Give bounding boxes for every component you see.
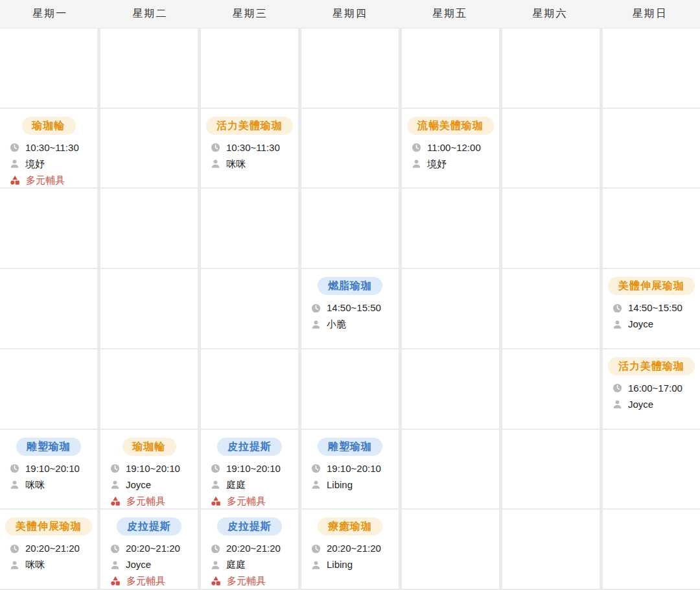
class-time-row: 14:50~15:50 [311,302,395,314]
schedule-cell [603,510,700,589]
schedule-cell[interactable]: 燃脂瑜珈14:50~15:50小脆 [301,269,399,348]
class-card[interactable]: 雕塑瑜珈19:10~20:10Libing [301,430,399,491]
weekday-label: 星期日 [600,0,700,28]
schedule-cell[interactable]: 瑜珈輪10:30~11:30境妤多元輔具 [0,109,97,188]
schedule-cell [603,189,700,268]
class-teacher: Joyce [628,318,653,330]
class-card[interactable]: 流暢美體瑜珈11:00~12:00境妤 [402,109,499,170]
schedule-cell [201,29,298,108]
class-card[interactable]: 美體伸展瑜珈14:50~15:50Joyce [603,269,700,330]
schedule-cell [502,269,600,348]
person-icon [211,159,220,169]
person-icon [10,159,19,169]
schedule-cell[interactable]: 活力美體瑜珈16:00~17:00Joyce [603,349,700,429]
clock-icon [612,303,622,313]
schedule-cell[interactable]: 美體伸展瑜珈14:50~15:50Joyce [603,269,700,348]
schedule-cell [502,189,600,268]
class-name-badge-wrap: 燃脂瑜珈 [301,277,399,295]
class-teacher-row: Joyce [110,479,194,491]
class-card[interactable]: 皮拉提斯20:20~21:20Joyce多元輔具 [100,510,198,587]
schedule-cell[interactable]: 流暢美體瑜珈11:00~12:00境妤 [402,109,499,188]
weekday-label: 星期二 [100,0,200,28]
class-card[interactable]: 瑜珈輪19:10~20:10Joyce多元輔具 [100,430,198,507]
schedule-cell[interactable]: 瑜珈輪19:10~20:10Joyce多元輔具 [100,430,198,509]
class-time: 19:10~20:10 [327,463,381,475]
person-icon [211,480,220,490]
class-name-badge-wrap: 療癒瑜珈 [301,517,399,536]
class-teacher: 境妤 [427,158,447,170]
class-name-badge-wrap: 瑜珈輪 [0,117,97,135]
class-props-row: 多元輔具 [10,174,93,186]
class-time: 10:30~11:30 [25,142,79,154]
schedule-cell [301,29,399,108]
class-props-label: 多元輔具 [126,495,165,507]
class-card[interactable]: 雕塑瑜珈19:10~20:10咪咪 [0,430,97,491]
weekday-label: 星期一 [0,0,100,28]
clock-icon [211,464,220,473]
schedule-cell[interactable]: 皮拉提斯19:10~20:10庭庭多元輔具 [201,430,298,509]
class-name-badge: 流暢美體瑜珈 [407,117,494,135]
schedule-cell [301,349,399,429]
class-name-badge: 皮拉提斯 [217,517,282,536]
class-name-badge: 雕塑瑜珈 [318,438,382,456]
class-teacher: Joyce [126,479,151,491]
class-teacher: 境妤 [25,158,45,170]
schedule-cell [301,109,399,188]
class-time: 11:00~12:00 [427,142,481,154]
class-card[interactable]: 皮拉提斯19:10~20:10庭庭多元輔具 [201,430,298,507]
person-icon [10,480,19,490]
class-name-badge-wrap: 皮拉提斯 [201,517,298,536]
schedule-cell[interactable]: 療癒瑜珈20:20~21:20Libing [301,510,399,589]
class-name-badge-wrap: 雕塑瑜珈 [301,438,399,456]
schedule-cell [402,189,499,268]
class-card[interactable]: 皮拉提斯20:20~21:20庭庭多元輔具 [201,510,298,587]
class-teacher: Libing [327,559,353,571]
schedule-cell[interactable]: 雕塑瑜珈19:10~20:10Libing [301,430,399,509]
class-time-row: 11:00~12:00 [412,142,495,154]
class-card[interactable]: 瑜珈輪10:30~11:30境妤多元輔具 [0,109,97,186]
class-time: 20:20~21:20 [327,543,381,554]
class-card[interactable]: 活力美體瑜珈16:00~17:00Joyce [603,349,700,410]
weekday-label: 星期四 [300,0,400,28]
class-teacher-row: 庭庭 [211,479,294,491]
class-name-badge: 皮拉提斯 [117,517,181,536]
clock-icon [110,544,120,554]
class-time-row: 10:30~11:30 [211,142,294,154]
class-teacher-row: Joyce [612,399,696,410]
class-teacher-row: 咪咪 [10,479,93,491]
class-teacher-row: 庭庭 [211,559,294,571]
class-time-row: 19:10~20:10 [10,463,93,475]
class-time-row: 14:50~15:50 [612,302,696,314]
schedule-cell[interactable]: 皮拉提斯20:20~21:20庭庭多元輔具 [201,510,298,589]
class-time: 19:10~20:10 [25,463,80,475]
class-card[interactable]: 美體伸展瑜珈20:20~21:20咪咪 [0,510,97,571]
schedule-cell[interactable]: 雕塑瑜珈19:10~20:10咪咪 [0,430,97,509]
class-teacher: 咪咪 [25,479,45,491]
class-teacher: 小脆 [327,318,346,330]
class-teacher-row: 境妤 [412,158,495,170]
clock-icon [612,383,622,393]
schedule-cell [402,349,499,429]
schedule-cell [100,189,198,268]
clock-icon [311,303,321,313]
class-teacher: Joyce [126,559,151,571]
class-name-badge: 燃脂瑜珈 [318,277,382,295]
class-teacher: 庭庭 [226,479,246,491]
clock-icon [110,464,120,473]
schedule-cell[interactable]: 活力美體瑜珈10:30~11:30咪咪 [201,109,298,188]
class-teacher: Libing [327,479,353,491]
class-card[interactable]: 療癒瑜珈20:20~21:20Libing [301,510,399,571]
class-teacher-row: 小脆 [311,318,395,330]
person-icon [612,399,622,409]
schedule-cell[interactable]: 美體伸展瑜珈20:20~21:20咪咪 [0,510,97,589]
class-teacher: 庭庭 [226,559,246,571]
class-time: 14:50~15:50 [327,302,381,314]
class-card[interactable]: 活力美體瑜珈10:30~11:30咪咪 [201,109,298,170]
clock-icon [311,464,321,473]
class-time: 20:20~21:20 [226,543,281,554]
schedule-cell[interactable]: 皮拉提斯20:20~21:20Joyce多元輔具 [100,510,198,589]
class-teacher-row: Libing [311,479,395,491]
class-teacher-row: Joyce [612,318,696,330]
class-teacher-row: Joyce [110,559,194,571]
class-card[interactable]: 燃脂瑜珈14:50~15:50小脆 [301,269,399,330]
